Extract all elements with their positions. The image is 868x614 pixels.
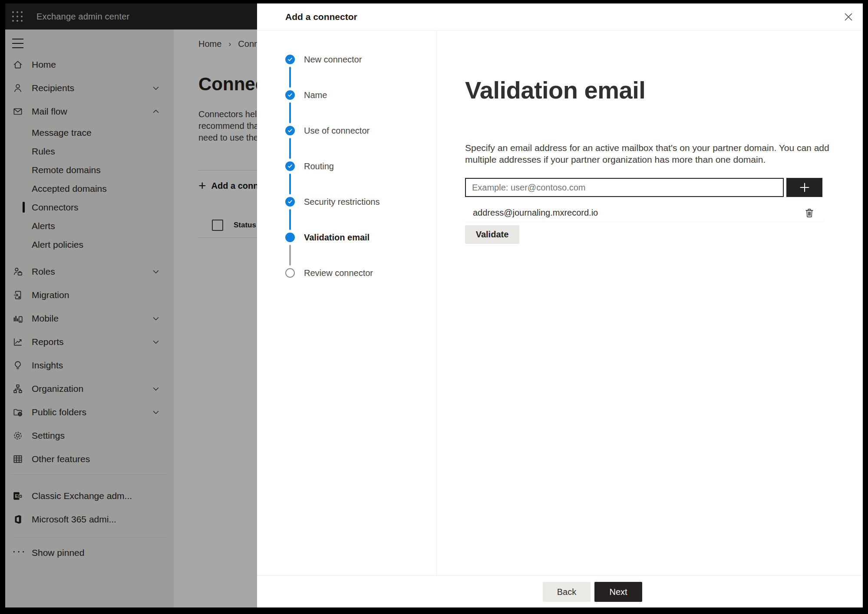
- plus-icon: [798, 181, 811, 194]
- wizard-steps: New connector Name Use of connector Rout…: [257, 30, 437, 576]
- add-connector-dialog: Add a connector New connector Name: [257, 3, 863, 607]
- dialog-footer: Back Next: [257, 575, 863, 607]
- step-current-icon: [285, 233, 295, 242]
- close-icon: [843, 12, 854, 22]
- step-page-description: Specify an email address for an active m…: [465, 142, 847, 165]
- validation-address-row: address@journaling.mxrecord.io: [465, 204, 825, 222]
- step-page-heading: Validation email: [465, 76, 645, 104]
- wizard-step-name: Name: [257, 86, 327, 104]
- back-button[interactable]: Back: [543, 582, 591, 602]
- validate-button[interactable]: Validate: [465, 225, 519, 244]
- screen: Exchange admin center Home Recipients: [5, 3, 863, 607]
- wizard-step-routing: Routing: [257, 157, 334, 175]
- dialog-body: New connector Name Use of connector Rout…: [257, 30, 863, 576]
- dialog-header: Add a connector: [257, 3, 863, 31]
- close-button[interactable]: [839, 8, 858, 26]
- next-button[interactable]: Next: [594, 582, 642, 602]
- step-connector-line: [289, 138, 291, 159]
- dialog-content: Validation email Specify an email addres…: [437, 30, 863, 576]
- dialog-title: Add a connector: [285, 3, 357, 30]
- validation-address: address@journaling.mxrecord.io: [473, 208, 598, 218]
- wizard-step-security-restrictions: Security restrictions: [257, 193, 380, 211]
- delete-address-button[interactable]: [803, 207, 816, 220]
- step-completed-icon: [285, 55, 295, 64]
- step-completed-icon: [285, 161, 295, 171]
- step-connector-line: [289, 209, 291, 230]
- step-completed-icon: [285, 90, 295, 100]
- trash-icon: [804, 207, 815, 219]
- step-connector-line: [289, 245, 291, 266]
- email-address-input[interactable]: [465, 178, 784, 197]
- wizard-step-review-connector: Review connector: [257, 264, 373, 282]
- email-entry-row: [465, 178, 822, 197]
- wizard-step-new-connector: New connector: [257, 50, 362, 69]
- step-completed-icon: [285, 126, 295, 135]
- wizard-step-validation-email: Validation email: [257, 228, 370, 246]
- step-connector-line: [289, 67, 291, 88]
- add-email-button[interactable]: [786, 178, 822, 197]
- step-completed-icon: [285, 197, 295, 207]
- wizard-step-use-of-connector: Use of connector: [257, 121, 370, 140]
- step-connector-line: [289, 174, 291, 194]
- step-upcoming-icon: [285, 268, 295, 278]
- step-connector-line: [289, 102, 291, 123]
